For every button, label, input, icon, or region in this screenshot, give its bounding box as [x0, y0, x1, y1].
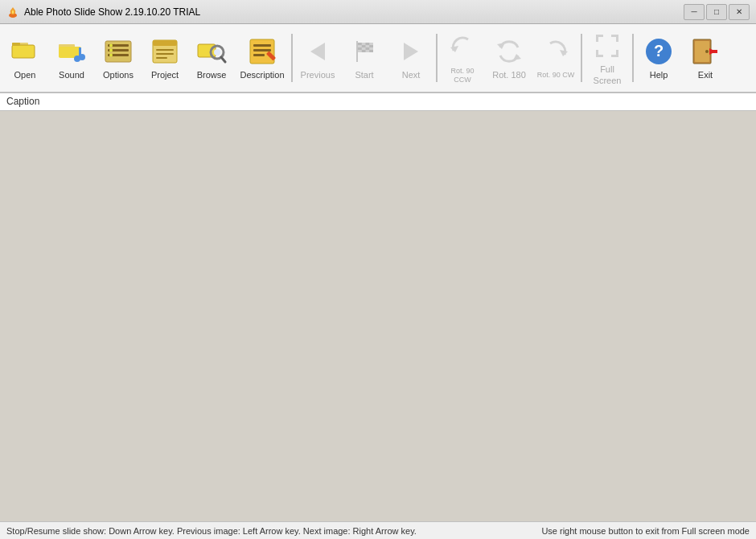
svg-rect-40: [362, 50, 366, 52]
help-button[interactable]: ? Help: [635, 26, 682, 90]
title-bar-controls: ─ □ ✕: [684, 4, 750, 20]
app-title: Able Photo Slide Show 2.19.10.20 TRIAL: [24, 6, 200, 18]
separator-2: [436, 34, 438, 82]
title-bar-left: Able Photo Slide Show 2.19.10.20 TRIAL: [6, 6, 200, 19]
status-left: Stop/Resume slide show: Down Arrow key. …: [6, 526, 417, 536]
rot90ccw-icon: [446, 32, 479, 64]
svg-rect-19: [156, 49, 174, 51]
svg-marker-49: [596, 50, 603, 57]
title-bar: Able Photo Slide Show 2.19.10.20 TRIAL ─…: [0, 0, 756, 24]
start-icon: [348, 35, 380, 68]
caption-bar: Caption: [0, 93, 756, 111]
svg-rect-21: [156, 57, 167, 59]
rot90cw-button[interactable]: Rot. 90 CW: [532, 26, 579, 90]
exit-button[interactable]: Exit: [682, 26, 729, 90]
svg-rect-34: [358, 43, 362, 45]
svg-rect-9: [79, 47, 81, 59]
svg-point-55: [705, 50, 709, 53]
svg-rect-29: [253, 54, 265, 56]
svg-marker-46: [560, 50, 568, 56]
browse-button[interactable]: Browse: [188, 26, 235, 90]
maximize-button[interactable]: □: [706, 4, 727, 20]
svg-marker-50: [611, 50, 618, 57]
rot90ccw-button[interactable]: Rot. 90 CCW: [439, 26, 486, 90]
svg-rect-41: [369, 50, 373, 52]
previous-button[interactable]: Previous: [294, 26, 341, 90]
browse-label: Browse: [197, 70, 227, 80]
svg-rect-57: [709, 50, 717, 53]
open-icon: [9, 35, 41, 68]
svg-point-25: [214, 49, 220, 56]
project-button[interactable]: Project: [142, 26, 188, 90]
svg-rect-20: [156, 53, 174, 55]
svg-rect-39: [366, 47, 370, 50]
separator-1: [291, 34, 293, 82]
svg-rect-28: [253, 49, 271, 51]
svg-marker-31: [310, 43, 325, 60]
exit-label: Exit: [698, 70, 713, 80]
rot180-label: Rot. 180: [492, 70, 526, 80]
project-icon: [149, 35, 181, 68]
svg-marker-44: [497, 43, 505, 49]
svg-marker-45: [513, 54, 521, 60]
help-icon: ?: [643, 35, 675, 68]
start-button[interactable]: Start: [341, 26, 388, 90]
close-button[interactable]: ✕: [729, 4, 750, 20]
start-label: Start: [355, 70, 373, 80]
svg-rect-2: [12, 45, 35, 58]
svg-rect-35: [366, 43, 370, 45]
exit-icon: [689, 35, 721, 68]
sound-icon: [55, 35, 88, 68]
next-button[interactable]: Next: [388, 26, 434, 90]
next-icon: [395, 35, 427, 68]
options-button[interactable]: Options: [95, 26, 142, 90]
svg-marker-43: [450, 46, 458, 52]
browse-icon: [195, 35, 228, 68]
svg-rect-18: [153, 40, 177, 46]
svg-marker-47: [596, 35, 603, 42]
fullscreen-label: Full Screen: [586, 64, 628, 85]
svg-marker-48: [611, 35, 618, 42]
svg-point-14: [109, 43, 113, 47]
app-icon: [6, 6, 19, 19]
fullscreen-button[interactable]: Full Screen: [584, 26, 631, 90]
svg-rect-37: [369, 45, 373, 47]
svg-rect-27: [253, 44, 271, 47]
sound-label: Sound: [59, 70, 84, 80]
open-label: Open: [14, 70, 36, 80]
status-bar: Stop/Resume slide show: Down Arrow key. …: [0, 521, 756, 539]
description-button[interactable]: Description: [235, 26, 290, 90]
description-label: Description: [240, 70, 284, 80]
options-label: Options: [103, 70, 134, 80]
help-label: Help: [650, 70, 668, 80]
next-label: Next: [402, 70, 421, 80]
svg-rect-32: [356, 41, 358, 62]
svg-line-24: [221, 57, 225, 62]
rot90cw-label: Rot. 90 CW: [537, 71, 575, 80]
status-right: Use right mouse button to exit from Full…: [541, 526, 750, 536]
rot180-button[interactable]: Rot. 180: [486, 26, 532, 90]
toolbar: Open Sound: [0, 24, 756, 93]
minimize-button[interactable]: ─: [684, 4, 705, 20]
sound-button[interactable]: Sound: [48, 26, 95, 90]
main-content: [0, 111, 756, 521]
caption-label: Caption: [6, 96, 39, 107]
rot90ccw-label: Rot. 90 CCW: [442, 67, 483, 84]
svg-point-15: [109, 48, 113, 51]
rot180-icon: [493, 35, 525, 68]
svg-text:?: ?: [654, 42, 664, 60]
svg-rect-38: [358, 47, 362, 50]
separator-3: [581, 34, 582, 82]
svg-rect-36: [362, 45, 366, 47]
previous-icon: [302, 35, 334, 68]
project-label: Project: [151, 70, 179, 80]
fullscreen-icon: [591, 30, 623, 62]
svg-marker-42: [404, 43, 418, 60]
separator-4: [632, 34, 634, 82]
options-icon: [102, 35, 134, 68]
svg-rect-4: [12, 43, 20, 46]
description-icon: [246, 35, 278, 68]
open-button[interactable]: Open: [2, 26, 48, 90]
svg-point-16: [109, 53, 113, 56]
previous-label: Previous: [301, 70, 335, 80]
